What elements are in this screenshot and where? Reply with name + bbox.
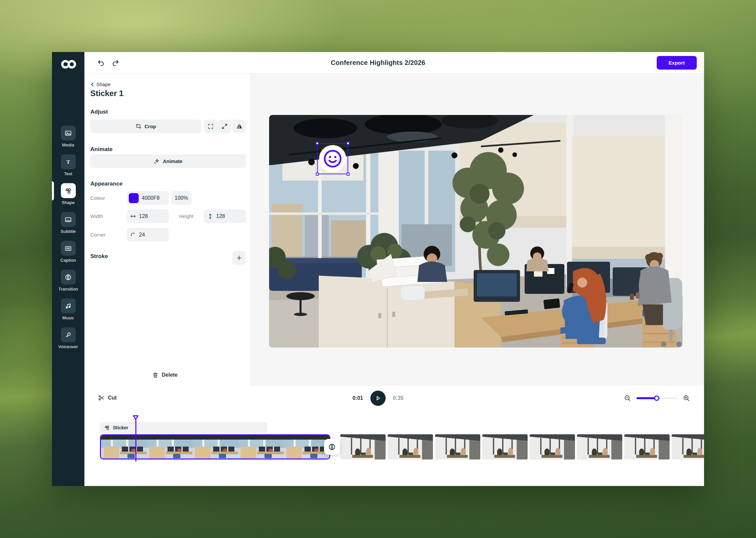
export-button[interactable]: Export [657,56,697,70]
sidebar-item-label: Music [62,315,74,320]
app-logo[interactable] [52,59,84,70]
zoom-slider-fill [637,397,657,399]
sidebar-item-music[interactable]: Music [52,298,84,327]
voiceover-icon [61,327,76,342]
plus-icon [236,255,242,261]
sidebar-item-label: Text [64,171,72,176]
chevron-left-icon [90,82,94,86]
sticker-element[interactable] [317,143,348,174]
clip-thumbnail [238,435,284,458]
undo-button[interactable] [97,59,106,67]
redo-button[interactable] [112,59,120,67]
clip-transition-button[interactable] [324,439,340,455]
sticker-track[interactable]: Sticker [100,422,267,433]
width-arrow-icon [130,213,136,219]
corner-label: Corner [90,232,106,238]
height-field[interactable]: 128 [204,209,246,223]
clip-thumbnail [482,434,528,459]
sidebar-item-label: Voiceover [58,344,78,349]
height-label: Height [179,213,193,219]
clip-thumbnail [577,434,622,459]
timeline-zoom-controls [624,395,690,402]
top-bar: Conference Highlights 2/2026 Export [84,52,704,74]
appearance-heading: Appearance [90,181,122,187]
subtitle-icon [61,212,76,227]
selection-title: Sticker 1 [90,89,123,98]
crop-button[interactable]: Crop [90,120,201,133]
sidebar-item-media[interactable]: Media [52,126,84,154]
width-label: Width [90,213,103,219]
delete-button[interactable]: Delete [84,370,246,380]
resize-handle-nw[interactable] [316,142,319,145]
opacity-field[interactable]: 100% [171,191,192,205]
sidebar-item-label: Caption [61,258,76,263]
animate-icon [154,158,160,164]
colour-field[interactable]: 4000F8 [127,191,169,205]
trash-icon [152,372,159,378]
play-button[interactable] [370,391,386,406]
shape-icon [104,425,110,431]
resize-handle-se[interactable] [347,173,350,176]
zoom-in-button[interactable] [683,395,690,402]
transition-icon [61,270,76,285]
add-stroke-button[interactable] [232,251,246,265]
sidebar: Media T Text Shape Subtitle [52,52,84,486]
corner-value: 24 [139,232,145,238]
height-arrow-icon [207,213,213,219]
fill-frame-button[interactable] [218,120,231,133]
corner-field[interactable]: 24 [127,228,169,242]
height-value: 128 [216,213,225,219]
colour-swatch[interactable] [129,193,139,203]
clip-thumbnail [284,435,329,458]
shape-icon [61,183,76,198]
zoom-slider[interactable] [637,396,678,401]
zoom-slider-thumb[interactable] [654,396,659,401]
sidebar-item-label: Media [62,142,74,147]
width-field[interactable]: 128 [127,209,169,223]
flip-horizontal-icon [236,123,243,130]
resize-handle-ne[interactable] [347,142,350,145]
animate-button[interactable]: Animate [90,154,246,168]
crop-icon [135,123,142,130]
clip-thumbnail [101,435,147,458]
sidebar-item-transition[interactable]: Transition [52,270,84,298]
fit-frame-button[interactable] [204,120,217,133]
width-value: 128 [139,213,148,219]
adjust-heading: Adjust [90,109,108,115]
scissors-icon [98,395,105,401]
sticker-track-label: Sticker [113,425,128,430]
caption-icon [61,241,76,256]
clip-thumbnail [147,435,192,458]
clip-thumbnail [388,434,433,459]
text-icon: T [61,154,76,169]
play-icon [375,395,381,402]
animate-heading: Animate [90,146,113,153]
zoom-out-button[interactable] [624,395,631,402]
transport-controls: 0:01 0:35 [353,391,403,406]
breadcrumb-label: Shape [96,81,111,87]
breadcrumb-back[interactable]: Shape [90,81,111,87]
sidebar-item-voiceover[interactable]: Voiceover [52,327,84,356]
stroke-heading: Stroke [90,253,108,260]
sidebar-item-subtitle[interactable]: Subtitle [52,212,84,241]
clip-thumbnail [192,435,238,458]
sidebar-item-text[interactable]: T Text [52,154,84,183]
media-icon [61,126,76,140]
zoom-in-icon [683,395,690,402]
colour-hex-value: 4000F8 [142,195,160,201]
playhead[interactable] [133,415,139,461]
project-title: Conference Highlights 2/2026 [331,52,425,74]
video-clip-2[interactable] [340,434,704,459]
sidebar-item-shape[interactable]: Shape [52,183,84,212]
cut-button[interactable]: Cut [98,395,117,401]
colour-label: Colour [90,195,105,201]
resize-handle-sw[interactable] [316,173,319,176]
clip-thumbnail [340,434,386,459]
sidebar-item-caption[interactable]: Caption [52,241,84,270]
smiley-sticker-icon [319,145,347,173]
sidebar-item-label: Transition [58,287,78,292]
video-preview-frame [269,115,683,348]
flip-button[interactable] [232,120,246,133]
opacity-value: 100% [175,195,188,201]
clip-thumbnail [624,434,670,459]
